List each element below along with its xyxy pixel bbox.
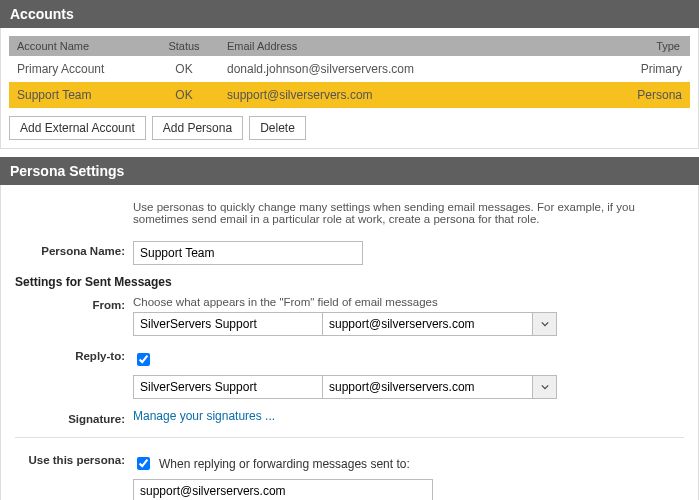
from-name-input[interactable] (133, 312, 323, 336)
use-persona-label: Use this persona: (15, 450, 133, 466)
replyto-email-input[interactable] (323, 375, 533, 399)
use-reply-check-label: When replying or forwarding messages sen… (159, 457, 410, 471)
persona-title: Persona Settings (10, 163, 124, 179)
col-email[interactable]: Email Address (219, 36, 620, 56)
persona-name-input[interactable] (133, 241, 363, 265)
replyto-name-input[interactable] (133, 375, 323, 399)
caret-down-icon (541, 380, 549, 394)
caret-down-icon (541, 317, 549, 331)
cell-status: OK (149, 82, 219, 108)
persona-name-label: Persona Name: (15, 241, 133, 257)
col-status[interactable]: Status (149, 36, 219, 56)
table-row[interactable]: Support Team OK support@silverservers.co… (9, 82, 690, 108)
manage-signatures-link[interactable]: Manage your signatures ... (133, 409, 275, 423)
add-external-account-button[interactable]: Add External Account (9, 116, 146, 140)
accounts-title: Accounts (10, 6, 74, 22)
col-account-name[interactable]: Account Name (9, 36, 149, 56)
from-hint: Choose what appears in the "From" field … (133, 296, 684, 308)
cell-type: Primary (620, 56, 690, 82)
replyto-label: Reply-to: (15, 346, 133, 362)
from-email-input[interactable] (323, 312, 533, 336)
persona-intro: Use personas to quickly change many sett… (133, 201, 684, 225)
accounts-header: Accounts (0, 0, 699, 28)
cell-account-name: Primary Account (9, 56, 149, 82)
cell-status: OK (149, 56, 219, 82)
cell-email: donald.johnson@silverservers.com (219, 56, 620, 82)
signature-label: Signature: (15, 409, 133, 425)
accounts-table: Account Name Status Email Address Type P… (9, 36, 690, 108)
separator (15, 437, 684, 438)
accounts-button-row: Add External Account Add Persona Delete (9, 116, 690, 140)
replyto-checkbox[interactable] (137, 353, 150, 366)
sent-messages-title: Settings for Sent Messages (15, 275, 684, 289)
cell-account-name: Support Team (9, 82, 149, 108)
add-persona-button[interactable]: Add Persona (152, 116, 243, 140)
from-email-dropdown[interactable] (533, 312, 557, 336)
cell-type: Persona (620, 82, 690, 108)
persona-body: Use personas to quickly change many sett… (0, 185, 699, 500)
col-type[interactable]: Type (620, 36, 690, 56)
cell-email: support@silverservers.com (219, 82, 620, 108)
table-row[interactable]: Primary Account OK donald.johnson@silver… (9, 56, 690, 82)
use-reply-addresses-input[interactable] (133, 479, 433, 500)
accounts-body: Account Name Status Email Address Type P… (0, 28, 699, 149)
replyto-email-dropdown[interactable] (533, 375, 557, 399)
from-label: From: (15, 295, 133, 311)
delete-button[interactable]: Delete (249, 116, 306, 140)
use-reply-checkbox[interactable] (137, 457, 150, 470)
persona-header: Persona Settings (0, 157, 699, 185)
